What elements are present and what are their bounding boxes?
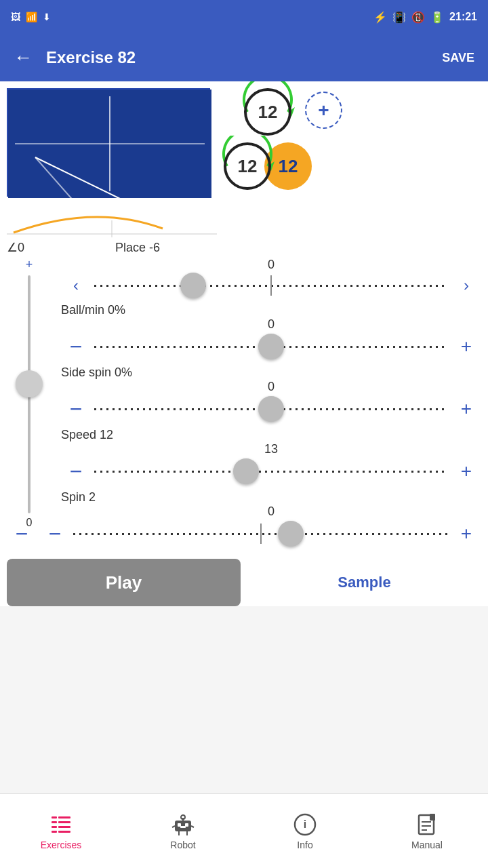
- battery-icon: 🔋: [430, 11, 444, 24]
- sidespin-value: 0: [61, 380, 481, 394]
- spin-thumb[interactable]: [278, 521, 304, 547]
- svg-text:i: i: [304, 818, 306, 830]
- speed-plus-button[interactable]: +: [451, 460, 481, 482]
- ball-green-value: 12: [238, 156, 258, 177]
- place-thumb[interactable]: [180, 273, 206, 298]
- vertical-value: 0: [26, 517, 33, 529]
- spin-track: [73, 520, 448, 547]
- svg-line-25: [191, 826, 194, 827]
- spin-center-line: [260, 524, 262, 544]
- back-button[interactable]: ←: [14, 47, 33, 68]
- svg-rect-28: [180, 826, 186, 828]
- ball-controls: 12 + 12: [217, 88, 481, 197]
- robot-icon: [171, 812, 195, 837]
- place-center-line: [270, 275, 272, 296]
- play-button[interactable]: Play: [7, 559, 241, 606]
- sidespin-thumb[interactable]: [258, 396, 284, 422]
- svg-rect-20: [178, 823, 181, 827]
- speed-thumb[interactable]: [233, 458, 259, 484]
- nav-robot[interactable]: Robot: [122, 812, 244, 850]
- labels-row: ∠0 Place -6: [0, 237, 488, 258]
- ballmin-slider-row: Ball/min 0% 0 − +: [61, 303, 481, 361]
- ballmin-plus-button[interactable]: +: [451, 336, 481, 357]
- status-left-icons: 🖼 📶 ⬇: [11, 12, 51, 22]
- ball-top-value: 12: [258, 102, 278, 123]
- svg-rect-11: [52, 816, 57, 818]
- vibrate-icon: 📳: [392, 11, 406, 24]
- photo-icon: 🖼: [11, 12, 20, 22]
- vertical-plus-button[interactable]: +: [26, 258, 33, 272]
- place-next-button[interactable]: ›: [451, 276, 481, 295]
- app-bar: ← Exercise 82 SAVE: [0, 34, 488, 81]
- ballmin-label: Ball/min 0%: [61, 303, 125, 317]
- ballmin-thumb[interactable]: [258, 334, 284, 359]
- list-icon: [49, 812, 73, 837]
- speed-dots: [94, 471, 448, 473]
- svg-rect-13: [52, 821, 57, 823]
- sidespin-plus-button[interactable]: +: [451, 398, 481, 420]
- arc-visualization: [7, 200, 217, 237]
- ballmin-value: 0: [61, 317, 481, 332]
- spin-plus-button[interactable]: +: [451, 523, 481, 545]
- signal-icon: 📵: [411, 11, 425, 24]
- manual-icon: [415, 812, 439, 837]
- angle-label: ∠0: [7, 240, 75, 255]
- speed-label: Speed 12: [61, 428, 113, 441]
- table-diagram: [7, 88, 210, 197]
- spin-value: 0: [61, 505, 481, 519]
- nav-exercises[interactable]: Exercises: [0, 812, 122, 850]
- speed-value: 13: [61, 442, 481, 456]
- svg-point-23: [181, 815, 185, 819]
- place-slider-row: 0 ‹ ›: [61, 258, 481, 299]
- add-ball-button[interactable]: +: [305, 92, 342, 129]
- speed-minus-button[interactable]: −: [61, 456, 91, 486]
- place-track: [94, 272, 448, 299]
- main-content: 12 + 12: [0, 81, 488, 606]
- svg-rect-14: [58, 821, 70, 823]
- ball-green[interactable]: 12: [224, 142, 271, 190]
- svg-rect-18: [58, 831, 70, 833]
- sidespin-controls: − +: [61, 394, 481, 424]
- sliders-area: + 0 0 ‹ › Ball/min 0% 0 −: [0, 258, 488, 549]
- ballmin-minus-button[interactable]: −: [61, 332, 91, 361]
- sidespin-label: Side spin 0%: [61, 366, 132, 379]
- place-value: 0: [61, 258, 481, 272]
- ballmin-controls: − +: [61, 332, 481, 361]
- svg-rect-21: [185, 823, 188, 827]
- svg-rect-32: [430, 814, 435, 821]
- sidespin-slider-row: Side spin 0% 0 − +: [61, 366, 481, 424]
- save-button[interactable]: SAVE: [442, 51, 474, 65]
- status-right-icons: ⚡ 📳 📵 🔋 21:21: [373, 11, 477, 24]
- svg-line-24: [172, 826, 175, 827]
- vertical-track: [28, 275, 30, 513]
- action-row: Play Sample: [7, 559, 481, 606]
- place-label: Place -6: [115, 241, 160, 255]
- nav-info[interactable]: i Info: [244, 812, 366, 850]
- sidespin-minus-button[interactable]: −: [61, 394, 91, 424]
- svg-rect-16: [58, 826, 70, 828]
- status-bar: 🖼 📶 ⬇ ⚡ 📳 📵 🔋 21:21: [0, 0, 488, 34]
- ballmin-track: [94, 333, 448, 360]
- ball-top[interactable]: 12: [244, 88, 291, 136]
- sidespin-track: [94, 395, 448, 422]
- sample-button[interactable]: Sample: [247, 559, 481, 606]
- table-svg: [8, 90, 211, 198]
- speed-slider-row: Speed 12 13 − +: [61, 428, 481, 486]
- speed-controls: − +: [61, 456, 481, 486]
- page-title: Exercise 82: [46, 48, 442, 67]
- download-icon: ⬇: [43, 12, 51, 22]
- ball-orange-value: 12: [279, 156, 298, 177]
- nav-manual[interactable]: Manual: [366, 812, 488, 850]
- place-prev-button[interactable]: ‹: [61, 276, 91, 295]
- bottom-nav: Exercises Robot i Info: [0, 793, 488, 868]
- place-controls: ‹ ›: [61, 272, 481, 299]
- spin-controls: − − +: [7, 519, 481, 549]
- nav-manual-label: Manual: [411, 840, 443, 850]
- wifi-icon: 📶: [26, 12, 37, 22]
- speed-track: [94, 458, 448, 485]
- vertical-thumb[interactable]: [16, 370, 43, 397]
- svg-rect-12: [58, 816, 70, 818]
- svg-rect-17: [52, 831, 57, 833]
- vertical-slider-area: + 0: [12, 258, 46, 529]
- nav-exercises-label: Exercises: [41, 840, 82, 850]
